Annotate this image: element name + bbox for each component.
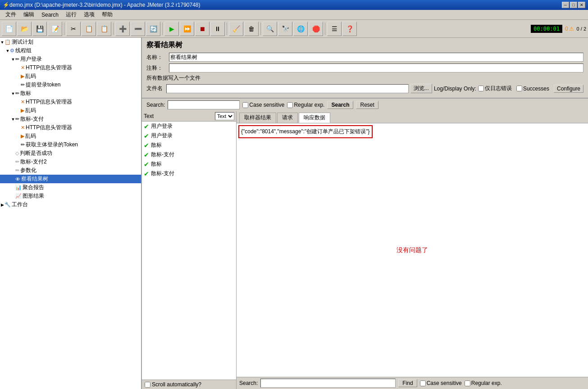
start-no-pause-button[interactable]: ⏩	[180, 22, 194, 36]
stop-button[interactable]: ⏹	[195, 22, 210, 36]
text-header: Text	[144, 113, 215, 119]
scroll-auto-checkbox[interactable]	[145, 382, 150, 388]
tree-item-scramble-1[interactable]: ▶ 乱码	[0, 72, 141, 81]
menu-item-edit[interactable]: 编辑	[20, 10, 38, 19]
tree-item-view-results[interactable]: 👁 察看结果树	[0, 175, 141, 183]
result-icon-2: ✔	[144, 142, 149, 149]
result-item-1[interactable]: ✔ 用户登录	[142, 131, 236, 140]
search-toolbar-button[interactable]: 🔍	[263, 22, 277, 36]
tab-sampler-result[interactable]: 取样器结果	[239, 113, 276, 123]
toolbar-sep-4	[227, 23, 227, 35]
tree-item-judge-success[interactable]: ◇ 判断是否成功	[0, 149, 141, 158]
find-button[interactable]: Find	[398, 379, 417, 387]
start-button[interactable]: ▶	[164, 22, 179, 36]
tree-icon-user-login: ✏	[15, 56, 19, 62]
open-button[interactable]: 📂	[17, 22, 32, 36]
bottom-case-sensitive-checkbox[interactable]	[420, 380, 426, 386]
maximize-button[interactable]: □	[570, 2, 577, 8]
tree-item-scatter-pay[interactable]: ▼ ✏ 散标-支付	[0, 115, 141, 123]
bottom-regex-cb-label: Regular exp.	[465, 380, 502, 386]
tree-icon-scatter-pay: ✏	[15, 116, 19, 122]
tree-item-get-token[interactable]: ✏ 获取主体登录的Token	[0, 140, 141, 149]
expand-icon-test-plan[interactable]: ▼	[0, 40, 5, 45]
main-layout: ▼ 📋 测试计划 ▼ ⚙ 线程组 ▼ ✏ 用户登录 ✕ HTTP信息头管理器 ▶…	[0, 38, 588, 389]
menu-item-help[interactable]: 帮助	[98, 10, 116, 19]
bottom-search-input[interactable]	[260, 379, 396, 388]
tree-item-user-login[interactable]: ▼ ✏ 用户登录	[0, 55, 141, 63]
search-input[interactable]	[168, 100, 240, 109]
tree-item-scramble-3[interactable]: ▶ 乱码	[0, 132, 141, 140]
remote-stop-button[interactable]: 🛑	[309, 22, 323, 36]
shutdown-button[interactable]: ⏸	[210, 22, 225, 36]
detail-tabs: 取样器结果 请求 响应数据	[237, 111, 588, 123]
minimize-button[interactable]: ─	[562, 2, 569, 8]
close-button[interactable]: ✕	[578, 2, 585, 8]
expand-icon-workbench[interactable]: ▶	[0, 203, 5, 207]
successes-checkbox[interactable]	[516, 86, 522, 91]
toggle-button[interactable]: 🔄	[146, 22, 160, 36]
collapse-button[interactable]: ➖	[131, 22, 145, 36]
bottom-regex-checkbox[interactable]	[465, 380, 470, 386]
result-item-5[interactable]: ✔ 散标-支付	[142, 169, 236, 178]
text-type-select[interactable]: Text	[215, 112, 234, 120]
title-bar-text: demo.jmx (D:\apache-jmeter-3.2\bin\demo.…	[9, 2, 562, 8]
search-label: Search:	[146, 102, 165, 108]
right-panel: 察看结果树 名称： 注释： 所有数据写入一个文件 文件名 浏览... Log/D…	[142, 38, 588, 389]
reset-button[interactable]: Reset	[356, 101, 378, 109]
expand-icon-thread-group[interactable]: ▼	[5, 49, 10, 53]
result-item-0[interactable]: ✔ 用户登录	[142, 122, 236, 131]
clear-button[interactable]: 🧹	[229, 22, 243, 36]
comment-input[interactable]	[169, 63, 583, 72]
remote-button[interactable]: 🌐	[293, 22, 308, 36]
tree-item-http-header-3[interactable]: ✕ HTTP信息头管理器	[0, 123, 141, 132]
name-input[interactable]	[169, 53, 583, 62]
tab-response-data[interactable]: 响应数据	[299, 113, 330, 123]
copy-button[interactable]: 📋	[82, 22, 96, 36]
tree-item-http-header-1[interactable]: ✕ HTTP信息头管理器	[0, 63, 141, 72]
save-button[interactable]: 💾	[32, 22, 47, 36]
tree-item-test-plan[interactable]: ▼ 📋 测试计划	[0, 38, 141, 46]
binoculars-button[interactable]: 🔭	[278, 22, 292, 36]
tree-item-workbench[interactable]: ▶ 🔧 工作台	[0, 200, 141, 209]
file-input[interactable]	[166, 84, 409, 93]
warn-count: 0	[565, 26, 568, 32]
regex-checkbox[interactable]	[287, 102, 293, 108]
file-row: 文件名 浏览... Log/Display Only: 仅日志错误 Succes…	[146, 84, 583, 93]
error-only-checkbox[interactable]	[478, 86, 484, 91]
tree-item-aggregate[interactable]: 📊 聚合报告	[0, 183, 141, 192]
new-button[interactable]: 📄	[2, 22, 16, 36]
tree-item-scatter[interactable]: ▼ ✏ 散标	[0, 89, 141, 98]
tree-item-graph[interactable]: 📈 图形结果	[0, 192, 141, 200]
saveas-button[interactable]: 📝	[48, 22, 62, 36]
tree-item-pre-login[interactable]: ✏ 提前登录token	[0, 81, 141, 89]
search-button[interactable]: Search	[327, 101, 353, 109]
menu-item-search[interactable]: Search	[38, 11, 62, 19]
expand-icon-user-login[interactable]: ▼	[11, 57, 15, 62]
result-name-4: 散标	[151, 160, 162, 168]
menu-item-options[interactable]: 选项	[80, 10, 98, 19]
case-sensitive-checkbox[interactable]	[242, 102, 248, 108]
menu-item-run[interactable]: 运行	[62, 10, 80, 19]
tree-label-judge-success: 判断是否成功	[20, 149, 52, 157]
expand-icon-scatter-pay[interactable]: ▼	[11, 117, 15, 122]
menu-item-file[interactable]: 文件	[2, 10, 20, 19]
help-button[interactable]: ❓	[342, 22, 357, 36]
result-item-4[interactable]: ✔ 散标	[142, 159, 236, 169]
result-item-3[interactable]: ✔ 散标-支付	[142, 150, 236, 159]
tree-icon-scramble-3: ▶	[21, 133, 24, 139]
tree-item-http-header-2[interactable]: ✕ HTTP信息头管理器	[0, 98, 141, 106]
cut-button[interactable]: ✂	[66, 22, 81, 36]
configure-button[interactable]: Configure	[554, 85, 583, 93]
expand-icon-scatter[interactable]: ▼	[11, 91, 15, 96]
tab-request[interactable]: 请求	[277, 113, 298, 123]
expand-button[interactable]: ➕	[115, 22, 130, 36]
tree-item-thread-group[interactable]: ▼ ⚙ 线程组	[0, 46, 141, 55]
tree-item-scramble-2[interactable]: ▶ 乱码	[0, 106, 141, 115]
result-item-2[interactable]: ✔ 散标	[142, 140, 236, 150]
tree-item-params[interactable]: ✏ 参数化	[0, 166, 141, 175]
paste-button[interactable]: 📋	[97, 22, 111, 36]
tree-item-scatter-pay2[interactable]: ✏ 散标-支付2	[0, 158, 141, 166]
browse-button[interactable]: 浏览...	[410, 84, 432, 93]
list-button[interactable]: ☰	[327, 22, 342, 36]
clear-all-button[interactable]: 🗑	[244, 22, 259, 36]
